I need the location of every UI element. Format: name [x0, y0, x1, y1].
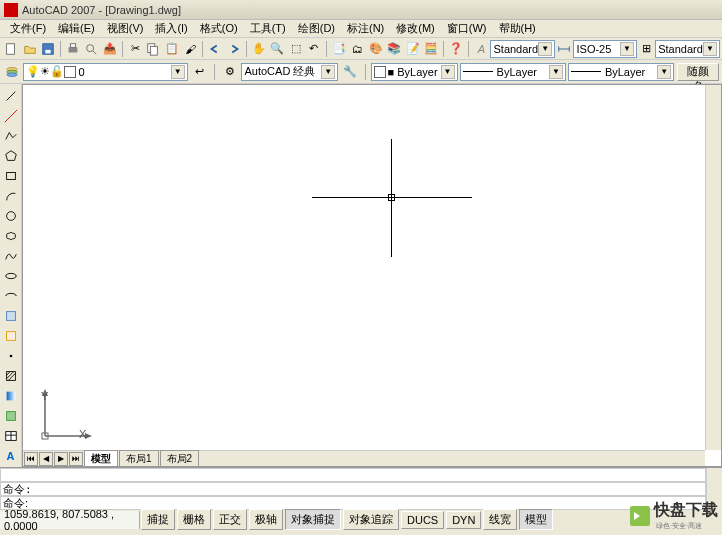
lwt-toggle[interactable]: 线宽	[483, 509, 517, 530]
table-style-combo[interactable]: Standard▼	[655, 40, 720, 58]
svg-point-23	[9, 355, 12, 358]
menu-draw[interactable]: 绘图(D)	[292, 19, 341, 38]
color-combo[interactable]: ■ ByLayer▼	[371, 63, 458, 81]
polar-toggle[interactable]: 极轴	[249, 509, 283, 530]
menu-help[interactable]: 帮助(H)	[493, 19, 542, 38]
layer-manager-icon[interactable]	[3, 63, 20, 81]
polyline-icon[interactable]	[2, 127, 20, 145]
arc-icon[interactable]	[2, 187, 20, 205]
publish-icon[interactable]: 📤	[102, 40, 118, 58]
menu-modify[interactable]: 修改(M)	[390, 19, 441, 38]
xline-icon[interactable]	[2, 107, 20, 125]
toolpalette-icon[interactable]: 🎨	[368, 40, 384, 58]
drawing-canvas[interactable]: Y X ⏮ ◀ ▶ ⏭ 模型 布局1 布局2	[22, 84, 722, 467]
layer-combo[interactable]: 💡 ☀ 🔓 0 ▼	[23, 63, 187, 81]
svg-rect-21	[6, 312, 15, 321]
properties-icon[interactable]: 📑	[331, 40, 347, 58]
pan-icon[interactable]: ✋	[251, 40, 267, 58]
osnap-toggle[interactable]: 对象捕捉	[285, 509, 341, 530]
tab-first-icon[interactable]: ⏮	[24, 452, 38, 466]
menu-edit[interactable]: 编辑(E)	[52, 19, 101, 38]
ellipse-arc-icon[interactable]	[2, 287, 20, 305]
circle-icon[interactable]	[2, 207, 20, 225]
table-icon[interactable]	[2, 427, 20, 445]
tab-prev-icon[interactable]: ◀	[39, 452, 53, 466]
match-icon[interactable]: 🖌	[182, 40, 198, 58]
calc-icon[interactable]: 🧮	[423, 40, 439, 58]
workspace-icon[interactable]: ⚙	[221, 63, 238, 81]
rectangle-icon[interactable]	[2, 167, 20, 185]
lineweight-preview	[571, 71, 601, 72]
designcenter-icon[interactable]: 🗂	[349, 40, 365, 58]
sheet-set-icon[interactable]: 📚	[386, 40, 402, 58]
insert-block-icon[interactable]	[2, 307, 20, 325]
grid-toggle[interactable]: 栅格	[177, 509, 211, 530]
cut-icon[interactable]: ✂	[127, 40, 143, 58]
menu-format[interactable]: 格式(O)	[194, 19, 244, 38]
snap-toggle[interactable]: 捕捉	[141, 509, 175, 530]
scrollbar-vertical[interactable]	[705, 85, 721, 450]
copy-icon[interactable]	[145, 40, 161, 58]
hatch-icon[interactable]	[2, 367, 20, 385]
menubar: 文件(F) 编辑(E) 视图(V) 插入(I) 格式(O) 工具(T) 绘图(D…	[0, 20, 722, 38]
model-toggle[interactable]: 模型	[519, 509, 553, 530]
linetype-combo[interactable]: ByLayer▼	[460, 63, 566, 81]
point-icon[interactable]	[2, 347, 20, 365]
lineweight-combo[interactable]: ByLayer▼	[568, 63, 674, 81]
gradient-icon[interactable]	[2, 387, 20, 405]
revcloud-icon[interactable]	[2, 227, 20, 245]
dyn-toggle[interactable]: DYN	[446, 511, 481, 529]
ducs-toggle[interactable]: DUCS	[401, 511, 444, 529]
paste-icon[interactable]: 📋	[164, 40, 180, 58]
save-icon[interactable]	[40, 40, 56, 58]
menu-file[interactable]: 文件(F)	[4, 19, 52, 38]
bycolor-button[interactable]: 随颜色	[677, 63, 719, 81]
undo-icon[interactable]	[207, 40, 223, 58]
menu-insert[interactable]: 插入(I)	[149, 19, 193, 38]
dim-style-combo[interactable]: ISO-25▼	[573, 40, 636, 58]
menu-tools[interactable]: 工具(T)	[244, 19, 292, 38]
linetype-value: ByLayer	[497, 66, 537, 78]
menu-view[interactable]: 视图(V)	[101, 19, 150, 38]
table-style-icon[interactable]: ⊞	[638, 40, 654, 58]
otrack-toggle[interactable]: 对象追踪	[343, 509, 399, 530]
new-icon[interactable]	[3, 40, 19, 58]
dim-style-icon[interactable]	[556, 40, 572, 58]
coordinates-display[interactable]: 1059.8619, 807.5083 , 0.0000	[0, 511, 140, 529]
markup-icon[interactable]: 📝	[404, 40, 420, 58]
zoom-window-icon[interactable]: ⬚	[287, 40, 303, 58]
ortho-toggle[interactable]: 正交	[213, 509, 247, 530]
open-icon[interactable]	[21, 40, 37, 58]
tab-model[interactable]: 模型	[84, 450, 118, 468]
text-style-icon[interactable]: A	[473, 40, 489, 58]
spline-icon[interactable]	[2, 247, 20, 265]
dropdown-icon: ▼	[538, 42, 552, 56]
workspace-combo[interactable]: AutoCAD 经典▼	[241, 63, 338, 81]
mtext-icon[interactable]: A	[2, 447, 20, 465]
standard-toolbar: 📤 ✂ 📋 🖌 ✋ 🔍 ⬚ ↶ 📑 🗂 🎨 📚 📝 🧮 ❓ A Standard…	[0, 38, 722, 60]
command-history-2: 命令:	[0, 482, 706, 496]
statusbar: 1059.8619, 807.5083 , 0.0000 捕捉 栅格 正交 极轴…	[0, 509, 722, 529]
workspace-settings-icon[interactable]: 🔧	[341, 63, 358, 81]
layer-prev-icon[interactable]: ↩	[191, 63, 208, 81]
tab-layout2[interactable]: 布局2	[160, 450, 200, 468]
crosshair-pickbox	[388, 194, 395, 201]
menu-dimension[interactable]: 标注(N)	[341, 19, 390, 38]
redo-icon[interactable]	[225, 40, 241, 58]
polygon-icon[interactable]	[2, 147, 20, 165]
help-icon[interactable]: ❓	[448, 40, 464, 58]
ellipse-icon[interactable]	[2, 267, 20, 285]
menu-window[interactable]: 窗口(W)	[441, 19, 493, 38]
tab-last-icon[interactable]: ⏭	[69, 452, 83, 466]
region-icon[interactable]	[2, 407, 20, 425]
tab-next-icon[interactable]: ▶	[54, 452, 68, 466]
text-style-combo[interactable]: Standard▼	[490, 40, 555, 58]
zoom-prev-icon[interactable]: ↶	[306, 40, 322, 58]
preview-icon[interactable]	[83, 40, 99, 58]
ucs-x-label: X	[79, 428, 86, 440]
zoom-rt-icon[interactable]: 🔍	[269, 40, 285, 58]
line-icon[interactable]	[2, 87, 20, 105]
tab-layout1[interactable]: 布局1	[119, 450, 159, 468]
print-icon[interactable]	[65, 40, 81, 58]
make-block-icon[interactable]	[2, 327, 20, 345]
